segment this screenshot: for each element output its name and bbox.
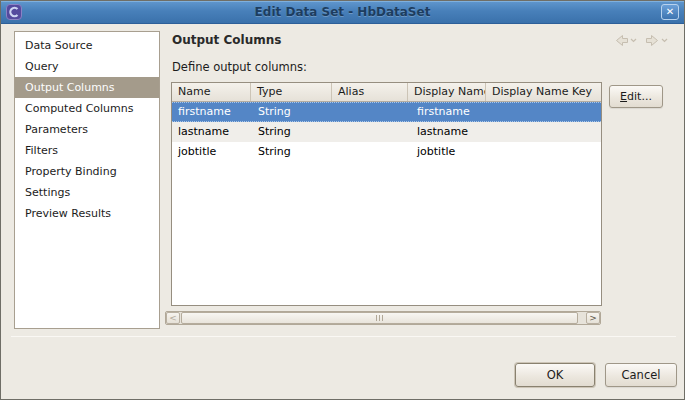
table-cell: String bbox=[252, 103, 334, 121]
sidebar-item-data-source[interactable]: Data Source bbox=[15, 35, 159, 56]
titlebar[interactable]: Edit Data Set - HbDataSet ✕ bbox=[1, 1, 684, 24]
forward-arrow-icon bbox=[645, 34, 660, 47]
column-header-alias[interactable]: Alias bbox=[332, 83, 408, 101]
table-cell bbox=[490, 103, 601, 121]
scrollbar-grip bbox=[376, 315, 377, 321]
table-cell: jobtitle bbox=[411, 142, 490, 162]
sidebar-item-settings[interactable]: Settings bbox=[15, 182, 159, 203]
table-row[interactable]: lastnameStringlastname bbox=[172, 122, 601, 142]
table-cell: String bbox=[252, 122, 334, 142]
sidebar-item-preview-results[interactable]: Preview Results bbox=[15, 203, 159, 224]
history-nav bbox=[614, 34, 668, 47]
table-cell: lastname bbox=[172, 122, 252, 142]
table-cell bbox=[334, 103, 411, 121]
table-cell: jobtitle bbox=[172, 142, 252, 162]
column-header-display-name-key[interactable]: Display Name Key bbox=[486, 83, 601, 101]
back-dropdown-icon bbox=[630, 38, 637, 43]
scrollbar-left-arrow-icon[interactable]: < bbox=[166, 312, 180, 324]
forward-button[interactable] bbox=[645, 34, 668, 47]
table-cell: firstname bbox=[411, 103, 490, 121]
ok-button[interactable]: OK bbox=[515, 363, 595, 387]
window-title: Edit Data Set - HbDataSet bbox=[1, 1, 684, 24]
column-header-name[interactable]: Name bbox=[172, 83, 251, 101]
scrollbar-thumb[interactable] bbox=[181, 312, 578, 324]
table-row[interactable]: firstnameStringfirstname bbox=[172, 102, 601, 122]
back-arrow-icon bbox=[614, 34, 629, 47]
table-body: firstnameStringfirstnamelastnameStringla… bbox=[172, 102, 601, 162]
column-header-display-name[interactable]: Display Name bbox=[408, 83, 486, 101]
sidebar-nav: Data SourceQueryOutput ColumnsComputed C… bbox=[14, 31, 160, 329]
sidebar-item-query[interactable]: Query bbox=[15, 56, 159, 77]
table-header-row: NameTypeAliasDisplay NameDisplay Name Ke… bbox=[172, 83, 601, 102]
forward-dropdown-icon bbox=[661, 38, 668, 43]
sidebar-item-filters[interactable]: Filters bbox=[15, 140, 159, 161]
edit-data-set-dialog: Edit Data Set - HbDataSet ✕ Data SourceQ… bbox=[0, 0, 685, 400]
cancel-button[interactable]: Cancel bbox=[605, 363, 677, 387]
table-row[interactable]: jobtitleStringjobtitle bbox=[172, 142, 601, 162]
sidebar-item-property-binding[interactable]: Property Binding bbox=[15, 161, 159, 182]
edit-button[interactable]: Edit... bbox=[609, 85, 663, 108]
table-cell: String bbox=[252, 142, 334, 162]
column-header-type[interactable]: Type bbox=[251, 83, 332, 101]
sidebar-item-computed-columns[interactable]: Computed Columns bbox=[15, 98, 159, 119]
footer-separator bbox=[11, 336, 676, 337]
table-cell bbox=[490, 142, 601, 162]
close-icon[interactable]: ✕ bbox=[661, 4, 679, 20]
horizontal-scrollbar[interactable]: < > bbox=[165, 311, 601, 325]
table-cell: lastname bbox=[411, 122, 490, 142]
table-cell bbox=[334, 142, 411, 162]
output-columns-table: NameTypeAliasDisplay NameDisplay Name Ke… bbox=[171, 82, 602, 306]
sidebar-item-output-columns[interactable]: Output Columns bbox=[15, 77, 159, 98]
table-cell: firstname bbox=[172, 103, 252, 121]
sidebar-item-parameters[interactable]: Parameters bbox=[15, 119, 159, 140]
scrollbar-right-arrow-icon[interactable]: > bbox=[586, 312, 600, 324]
define-output-columns-label: Define output columns: bbox=[172, 60, 307, 74]
table-cell bbox=[334, 122, 411, 142]
page-title: Output Columns bbox=[172, 33, 281, 47]
back-button[interactable] bbox=[614, 34, 637, 47]
table-cell bbox=[490, 122, 601, 142]
